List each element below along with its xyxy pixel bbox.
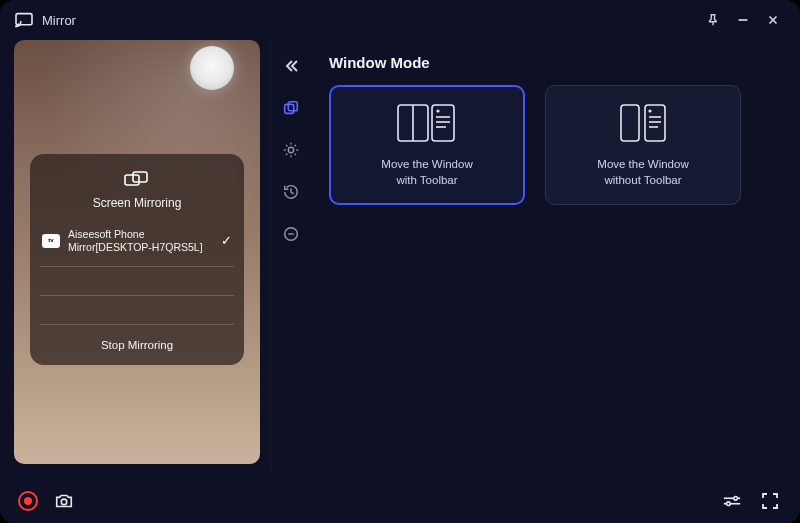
window-without-toolbar-icon bbox=[613, 101, 673, 145]
svg-point-16 bbox=[648, 110, 651, 113]
mirroring-title: Screen Mirroring bbox=[93, 196, 182, 210]
screens-overlap-icon bbox=[123, 170, 151, 190]
window-mode-option-with-toolbar[interactable]: Move the Window with Toolbar bbox=[329, 85, 525, 205]
mirroring-device-row[interactable]: tv Aiseesoft Phone Mirror[DESKTOP-H7QRS5… bbox=[40, 222, 234, 260]
option-caption: Move the Window without Toolbar bbox=[597, 157, 688, 188]
device-preview: Screen Mirroring tv Aiseesoft Phone Mirr… bbox=[14, 40, 260, 464]
app-body: Screen Mirroring tv Aiseesoft Phone Mirr… bbox=[0, 40, 800, 479]
app-window: Mirror bbox=[0, 0, 800, 523]
svg-rect-2 bbox=[133, 172, 147, 182]
window-mode-option-without-toolbar[interactable]: Move the Window without Toolbar bbox=[545, 85, 741, 205]
svg-rect-15 bbox=[645, 105, 665, 141]
window-with-toolbar-icon bbox=[392, 101, 462, 145]
svg-rect-14 bbox=[621, 105, 639, 141]
settings-area: Window Mode bbox=[270, 40, 786, 471]
settings-tab[interactable] bbox=[277, 136, 305, 164]
svg-rect-1 bbox=[125, 175, 139, 185]
panel-title: Window Mode bbox=[329, 54, 768, 71]
svg-point-5 bbox=[288, 147, 293, 152]
check-icon: ✓ bbox=[221, 233, 232, 249]
divider bbox=[40, 324, 234, 325]
cast-icon bbox=[14, 12, 34, 28]
history-tab[interactable] bbox=[277, 178, 305, 206]
mirroring-device-name: Aiseesoft Phone Mirror[DESKTOP-H7QRS5L] bbox=[68, 228, 213, 254]
minimize-button[interactable] bbox=[730, 7, 756, 33]
window-mode-tab[interactable] bbox=[277, 94, 305, 122]
svg-rect-9 bbox=[432, 105, 454, 141]
preview-lamp-decoration bbox=[190, 46, 234, 90]
titlebar: Mirror bbox=[0, 0, 800, 40]
side-rail bbox=[271, 40, 311, 471]
svg-point-10 bbox=[436, 110, 439, 113]
collapse-rail-button[interactable] bbox=[277, 52, 305, 80]
svg-point-22 bbox=[734, 496, 738, 500]
window-mode-options: Move the Window with Toolbar bbox=[329, 85, 768, 205]
mirroring-header: Screen Mirroring bbox=[40, 170, 234, 210]
divider bbox=[40, 266, 234, 267]
svg-point-24 bbox=[727, 502, 731, 506]
svg-rect-4 bbox=[288, 102, 297, 111]
svg-rect-3 bbox=[285, 104, 294, 113]
adjust-button[interactable] bbox=[720, 489, 744, 513]
svg-point-20 bbox=[61, 499, 66, 504]
screenshot-button[interactable] bbox=[52, 489, 76, 513]
record-button[interactable] bbox=[18, 491, 38, 511]
app-title: Mirror bbox=[42, 13, 76, 28]
fullscreen-button[interactable] bbox=[758, 489, 782, 513]
svg-rect-0 bbox=[16, 14, 32, 25]
divider bbox=[40, 295, 234, 296]
footer bbox=[0, 479, 800, 523]
device-tv-badge: tv bbox=[42, 234, 60, 248]
stop-mirroring-button[interactable]: Stop Mirroring bbox=[40, 331, 234, 355]
option-caption: Move the Window with Toolbar bbox=[381, 157, 472, 188]
pin-button[interactable] bbox=[700, 7, 726, 33]
screen-mirroring-panel: Screen Mirroring tv Aiseesoft Phone Mirr… bbox=[30, 154, 244, 365]
window-mode-panel: Window Mode bbox=[311, 40, 786, 471]
close-button[interactable] bbox=[760, 7, 786, 33]
more-tab[interactable] bbox=[277, 220, 305, 248]
